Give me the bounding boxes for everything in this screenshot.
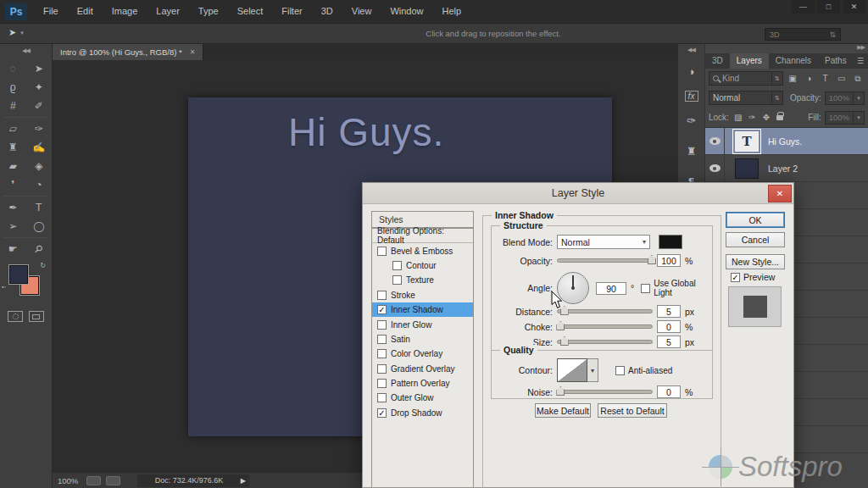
menu-image[interactable]: Image bbox=[103, 0, 147, 23]
contour-picker[interactable] bbox=[557, 358, 587, 382]
distance-slider[interactable] bbox=[557, 309, 653, 313]
opacity-slider[interactable] bbox=[557, 258, 653, 263]
menu-type[interactable]: Type bbox=[189, 0, 228, 23]
paint-bucket-tool[interactable]: ◈ bbox=[26, 157, 53, 175]
checkbox[interactable]: ✓ bbox=[377, 408, 387, 418]
layer-name[interactable]: Hi Guys. bbox=[768, 136, 802, 147]
lock-paint-icon[interactable]: ✑ bbox=[748, 113, 755, 122]
layer-row-layer-2[interactable]: Layer 2 bbox=[705, 155, 868, 182]
layer-row-hi-guys[interactable]: T Hi Guys. bbox=[705, 128, 868, 155]
mini-bridge-icon[interactable] bbox=[86, 476, 101, 485]
opacity-input[interactable]: 100 bbox=[657, 254, 681, 267]
share-icon[interactable] bbox=[106, 476, 120, 485]
default-colors-icon[interactable]: ▪▫ bbox=[2, 284, 6, 290]
filter-smart-object-icon[interactable]: ⧉ bbox=[851, 72, 865, 86]
menu-select[interactable]: Select bbox=[228, 0, 273, 23]
collapse-dock-icon[interactable]: ◀◀ bbox=[678, 44, 704, 60]
menu-layer[interactable]: Layer bbox=[147, 0, 189, 23]
use-global-light-option[interactable]: Use Global Light bbox=[641, 279, 709, 297]
checkbox[interactable] bbox=[377, 393, 387, 402]
clone-stamp-tool[interactable]: ♜ bbox=[0, 138, 26, 157]
shadow-color-swatch[interactable] bbox=[659, 235, 682, 249]
dialog-title[interactable]: Layer Style bbox=[363, 183, 793, 204]
tab-paths[interactable]: Paths bbox=[818, 53, 854, 69]
checkbox[interactable] bbox=[392, 261, 402, 270]
style-item-outer-glow[interactable]: Outer Glow bbox=[372, 391, 473, 405]
ellipse-tool[interactable]: ◯ bbox=[26, 217, 53, 236]
checkbox[interactable] bbox=[377, 379, 387, 388]
menu-view[interactable]: View bbox=[342, 0, 381, 23]
swap-colors-icon[interactable]: ↻ bbox=[40, 262, 46, 269]
history-brush-tool[interactable]: ✍ bbox=[26, 138, 53, 157]
menu-file[interactable]: File bbox=[34, 0, 68, 23]
zoom-tool[interactable]: ⚲ bbox=[26, 240, 53, 258]
opacity-field[interactable]: 100% ▾ bbox=[825, 92, 865, 105]
reset-to-default-button[interactable]: Reset to Default bbox=[598, 403, 667, 418]
brush-presets-panel-icon[interactable]: ✑ bbox=[678, 109, 704, 132]
brush-tool[interactable]: ✑ bbox=[26, 119, 53, 138]
style-item-texture[interactable]: Texture bbox=[372, 273, 473, 287]
eraser-tool[interactable]: ▰ bbox=[0, 157, 26, 175]
anti-aliased-option[interactable]: Anti-aliased bbox=[615, 366, 672, 375]
checkbox[interactable] bbox=[377, 247, 387, 256]
magic-wand-tool[interactable]: ✦ bbox=[26, 78, 53, 97]
move-tool[interactable]: ➤ bbox=[26, 59, 53, 78]
blend-mode-dropdown[interactable]: Normal ⇅ bbox=[709, 91, 783, 105]
preview-option[interactable]: ✓ Preview bbox=[731, 272, 775, 282]
crop-tool[interactable]: # bbox=[0, 97, 26, 115]
style-item-gradient-overlay[interactable]: Gradient Overlay bbox=[372, 362, 473, 376]
type-tool[interactable]: T bbox=[26, 198, 53, 217]
choke-input[interactable]: 0 bbox=[657, 320, 681, 333]
new-style-button[interactable]: New Style... bbox=[726, 254, 785, 269]
style-item-bevel-emboss[interactable]: Bevel & Emboss bbox=[372, 243, 473, 258]
make-default-button[interactable]: Make Default bbox=[535, 403, 591, 418]
contour-dropdown-icon[interactable]: ▾ bbox=[587, 358, 598, 382]
filter-shape-icon[interactable]: ▭ bbox=[835, 72, 849, 86]
menu-filter[interactable]: Filter bbox=[272, 0, 311, 23]
checkbox[interactable] bbox=[392, 275, 402, 285]
doc-info-strip[interactable]: Doc: 732.4K/976.6K ▶ bbox=[137, 474, 249, 487]
slider-thumb[interactable] bbox=[560, 336, 569, 346]
document-tab[interactable]: Intro @ 100% (Hi Guys., RGB/8) * ✕ bbox=[53, 44, 203, 60]
close-button[interactable]: ✕ bbox=[843, 0, 865, 14]
lock-transparency-icon[interactable]: ▨ bbox=[734, 113, 742, 122]
checkbox[interactable] bbox=[641, 284, 650, 293]
size-slider[interactable] bbox=[557, 340, 653, 344]
filter-adjustment-icon[interactable]: ◑ bbox=[802, 72, 815, 86]
style-item-stroke[interactable]: Stroke bbox=[372, 288, 473, 302]
style-item-drop-shadow[interactable]: ✓Drop Shadow bbox=[372, 406, 473, 420]
choke-slider[interactable] bbox=[557, 324, 653, 329]
checkbox[interactable] bbox=[377, 291, 387, 300]
maximize-button[interactable]: □ bbox=[817, 0, 840, 14]
canvas-text-layer[interactable]: Hi Guys. bbox=[288, 109, 444, 155]
checkbox[interactable]: ✓ bbox=[377, 305, 387, 314]
checkbox[interactable] bbox=[377, 335, 387, 344]
noise-input[interactable]: 0 bbox=[657, 385, 681, 398]
lock-position-icon[interactable]: ✥ bbox=[763, 113, 770, 122]
cancel-button[interactable]: Cancel bbox=[726, 232, 785, 247]
filter-pixel-icon[interactable]: ▣ bbox=[786, 72, 799, 86]
dodge-tool[interactable]: ◔ bbox=[26, 175, 53, 194]
elliptical-marquee-tool[interactable]: ◌ bbox=[0, 59, 26, 78]
checkbox[interactable] bbox=[377, 349, 387, 358]
size-input[interactable]: 5 bbox=[657, 336, 681, 348]
slider-thumb[interactable] bbox=[556, 321, 565, 330]
quick-mask-button[interactable] bbox=[8, 311, 23, 322]
style-item-blending-options[interactable]: Blending Options: Default bbox=[372, 229, 473, 243]
tab-close-icon[interactable]: ✕ bbox=[190, 48, 196, 56]
style-item-color-overlay[interactable]: Color Overlay bbox=[372, 347, 473, 361]
fill-field[interactable]: 100% ▾ bbox=[825, 111, 865, 125]
checkbox[interactable] bbox=[377, 364, 387, 374]
tab-3d[interactable]: 3D bbox=[705, 53, 730, 69]
ok-button[interactable]: OK bbox=[726, 212, 785, 228]
menu-edit[interactable]: Edit bbox=[68, 0, 103, 23]
slider-thumb[interactable] bbox=[648, 255, 656, 264]
healing-brush-tool[interactable]: ▱ bbox=[0, 119, 26, 138]
tab-layers[interactable]: Layers bbox=[730, 53, 769, 69]
panel-menu-icon[interactable]: ☰ bbox=[857, 57, 868, 65]
blend-mode-select[interactable]: Normal ▾ bbox=[557, 235, 650, 249]
visibility-toggle[interactable] bbox=[705, 155, 725, 181]
eyedropper-tool[interactable]: ✐ bbox=[26, 97, 53, 115]
text-layer-thumbnail[interactable]: T bbox=[735, 131, 759, 152]
tab-channels[interactable]: Channels bbox=[769, 53, 818, 69]
